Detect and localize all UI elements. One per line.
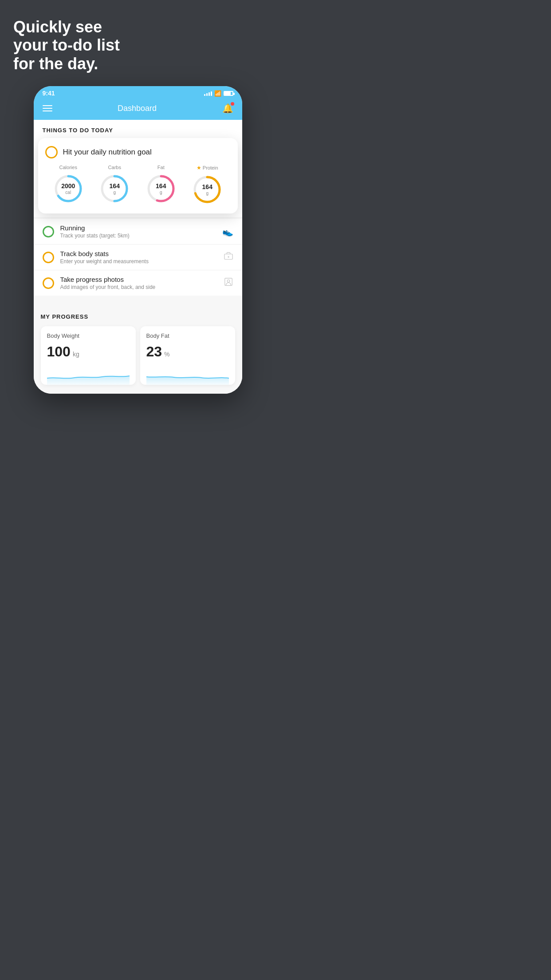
- macro-fat: Fat 164 g: [145, 165, 177, 205]
- todo-desc-running: Track your stats (target: 5km): [60, 233, 216, 239]
- nutrition-card-title: Hit your daily nutrition goal: [63, 148, 152, 157]
- carbs-unit: g: [110, 190, 120, 195]
- carbs-ring: 164 g: [98, 173, 130, 205]
- progress-cards: Body Weight 100 kg: [41, 326, 235, 385]
- todo-list: Running Track your stats (target: 5km) 👟…: [34, 219, 242, 296]
- protein-ring: 164 g: [191, 174, 223, 205]
- spacer: [34, 296, 242, 304]
- things-section-title: THINGS TO DO TODAY: [43, 127, 233, 134]
- macros-row: Calories 2000 cal: [45, 165, 231, 205]
- carbs-label: Carbs: [108, 165, 121, 170]
- todo-desc-body-stats: Enter your weight and measurements: [60, 258, 217, 265]
- todo-item-photos[interactable]: Take progress photos Add images of your …: [34, 270, 242, 296]
- calories-ring: 2000 cal: [52, 173, 84, 205]
- menu-icon[interactable]: [43, 105, 52, 111]
- star-icon: ★: [197, 165, 201, 171]
- notification-dot: [231, 102, 234, 106]
- battery-icon: [224, 91, 233, 96]
- body-fat-label: Body Fat: [146, 332, 229, 339]
- dashboard-title: Dashboard: [118, 104, 157, 113]
- protein-value: 164: [202, 183, 213, 191]
- carbs-value: 164: [110, 182, 120, 190]
- wifi-icon: 📶: [214, 90, 221, 97]
- body-weight-unit: kg: [73, 351, 79, 358]
- body-fat-sparkline: [146, 367, 229, 385]
- signal-icon: [204, 91, 212, 96]
- macro-carbs: Carbs 164 g: [98, 165, 130, 205]
- progress-section: MY PROGRESS Body Weight 100 kg: [34, 304, 242, 394]
- fat-ring: 164 g: [145, 173, 177, 205]
- todo-text-running: Running Track your stats (target: 5km): [60, 224, 216, 239]
- body-fat-unit: %: [164, 351, 169, 358]
- todo-name-body-stats: Track body stats: [60, 250, 217, 257]
- macro-calories: Calories 2000 cal: [52, 165, 84, 205]
- nutrition-check-circle[interactable]: [45, 146, 58, 158]
- status-bar: 9:41 📶: [34, 86, 242, 99]
- background: Quickly seeyour to-do listfor the day. 9…: [0, 0, 276, 490]
- scale-icon: [224, 251, 233, 263]
- todo-item-body-stats[interactable]: Track body stats Enter your weight and m…: [34, 245, 242, 270]
- notification-bell-icon[interactable]: 🔔: [222, 103, 233, 114]
- macro-protein: ★ Protein 164 g: [191, 165, 223, 205]
- calories-value-text: 2000 cal: [61, 182, 75, 195]
- todo-name-photos: Take progress photos: [60, 276, 217, 283]
- todo-text-photos: Take progress photos Add images of your …: [60, 276, 217, 290]
- fat-value: 164: [156, 182, 166, 190]
- body-weight-card[interactable]: Body Weight 100 kg: [41, 326, 136, 385]
- fat-value-text: 164 g: [156, 182, 166, 195]
- body-weight-value-row: 100 kg: [47, 344, 130, 360]
- todo-text-body-stats: Track body stats Enter your weight and m…: [60, 250, 217, 265]
- body-fat-value: 23: [146, 344, 162, 360]
- nutrition-card-header: Hit your daily nutrition goal: [45, 146, 231, 158]
- todo-circle-photos: [43, 277, 54, 289]
- todo-circle-body-stats: [43, 252, 54, 263]
- things-to-do-section: THINGS TO DO TODAY Hit your daily nutrit…: [34, 120, 242, 217]
- body-fat-value-row: 23 %: [146, 344, 229, 360]
- protein-value-text: 164 g: [202, 183, 213, 196]
- fat-unit: g: [156, 190, 166, 195]
- nutrition-card: Hit your daily nutrition goal Calories: [38, 138, 238, 213]
- phone-content: THINGS TO DO TODAY Hit your daily nutrit…: [34, 120, 242, 394]
- protein-unit: g: [202, 191, 213, 196]
- carbs-value-text: 164 g: [110, 182, 120, 195]
- calories-label: Calories: [59, 165, 77, 170]
- todo-desc-photos: Add images of your front, back, and side: [60, 284, 217, 290]
- protein-label: ★ Protein: [197, 165, 218, 171]
- body-weight-value: 100: [47, 344, 71, 360]
- calories-unit: cal: [61, 190, 75, 195]
- svg-point-12: [227, 280, 230, 283]
- headline: Quickly seeyour to-do listfor the day.: [9, 18, 267, 73]
- body-weight-label: Body Weight: [47, 332, 130, 339]
- calories-value: 2000: [61, 182, 75, 190]
- todo-item-running[interactable]: Running Track your stats (target: 5km) 👟: [34, 219, 242, 245]
- fat-label: Fat: [157, 165, 165, 170]
- status-icons: 📶: [204, 90, 233, 97]
- todo-circle-running: [43, 226, 54, 237]
- progress-title: MY PROGRESS: [41, 313, 235, 320]
- running-icon: 👟: [222, 226, 233, 237]
- body-fat-card[interactable]: Body Fat 23 %: [140, 326, 235, 385]
- todo-name-running: Running: [60, 224, 216, 232]
- body-weight-sparkline: [47, 367, 130, 385]
- status-time: 9:41: [43, 90, 55, 97]
- person-icon: [224, 277, 233, 289]
- phone-mockup: 9:41 📶 Dashboard 🔔: [34, 86, 242, 394]
- app-header: Dashboard 🔔: [34, 99, 242, 120]
